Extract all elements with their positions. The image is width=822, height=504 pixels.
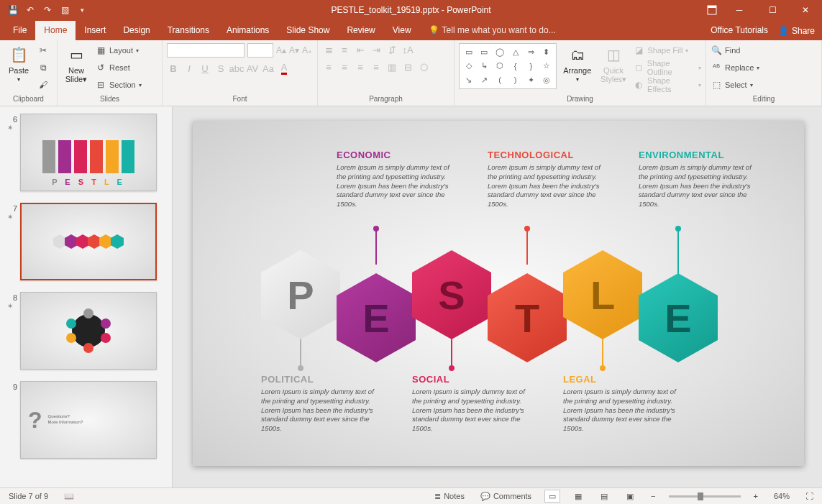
thumbnail-6[interactable]: 6 ✶ P E S T L E	[0, 111, 172, 200]
columns-icon[interactable]: ▥	[385, 60, 398, 73]
slide-canvas-area[interactable]: ECONOMIC Lorem Ipsum is simply dummy tex…	[173, 106, 822, 487]
paste-button[interactable]: 📋 Paste ▾	[4, 43, 33, 84]
new-slide-icon: ▭	[66, 45, 86, 65]
start-from-beginning-icon[interactable]: ▧	[59, 4, 70, 16]
tab-slideshow[interactable]: Slide Show	[278, 21, 338, 40]
font-size-select[interactable]	[247, 43, 273, 58]
connector-dot	[600, 365, 606, 371]
align-right-icon[interactable]: ≡	[354, 60, 367, 73]
smartart-icon[interactable]: ⬡	[417, 60, 430, 73]
normal-view-button[interactable]: ▭	[544, 490, 560, 503]
arrange-button[interactable]: 🗂 Arrange ▾	[561, 43, 594, 84]
char-spacing-icon[interactable]: AV	[246, 62, 259, 75]
reset-icon: ↺	[95, 62, 106, 73]
grow-font-icon[interactable]: A▴	[276, 45, 286, 55]
qat-customize-icon[interactable]: ▾	[76, 4, 88, 16]
thumb-preview	[20, 203, 157, 280]
hex-e: E	[337, 273, 416, 362]
tab-insert[interactable]: Insert	[76, 21, 114, 40]
underline-icon[interactable]: U	[198, 62, 211, 75]
fit-to-window-button[interactable]: ⛶	[803, 492, 816, 500]
tab-transitions[interactable]: Transitions	[159, 21, 218, 40]
hex-t: T	[488, 273, 567, 362]
minimize-button[interactable]: ─	[723, 0, 756, 20]
text-direction-icon[interactable]: ↕A	[401, 43, 414, 56]
align-left-icon[interactable]: ≡	[322, 60, 335, 73]
comments-button[interactable]: 💬Comments	[478, 492, 534, 501]
select-button[interactable]: ⬚Select▾	[711, 78, 759, 92]
share-button[interactable]: 👤 Share	[778, 26, 815, 36]
office-tutorials-link[interactable]: Office Tutorials	[702, 21, 772, 40]
shape-fill-icon: ◪	[633, 45, 644, 56]
select-icon: ⬚	[711, 79, 722, 91]
zoom-knob[interactable]	[698, 492, 703, 500]
category-political: POLITICAL Lorem Ipsum is simply dummy te…	[261, 374, 383, 434]
layout-button[interactable]: ▦Layout▾	[95, 43, 142, 58]
shadow-icon[interactable]: abc	[230, 62, 243, 75]
slide-sorter-view-button[interactable]: ▦	[570, 490, 586, 503]
shapes-gallery[interactable]: ▭▭◯△⇒⬍ ◇↳⬡{}☆ ↘↗()✦◎	[459, 43, 557, 89]
slide-counter[interactable]: Slide 7 of 9	[6, 492, 51, 500]
justify-icon[interactable]: ≡	[370, 60, 383, 73]
align-center-icon[interactable]: ≡	[338, 60, 351, 73]
shape-effects-button[interactable]: ◐Shape Effects▾	[633, 78, 701, 92]
tab-design[interactable]: Design	[114, 21, 158, 40]
notes-button[interactable]: ≣Notes	[431, 492, 467, 501]
arrange-label: Arrange	[563, 66, 591, 75]
thumbnail-9[interactable]: 9 ? Questions? More Information?	[0, 378, 172, 467]
quick-styles-button[interactable]: ◫ QuickStyles▾	[598, 43, 629, 85]
shrink-font-icon[interactable]: A▾	[289, 45, 299, 55]
reading-view-button[interactable]: ▤	[596, 490, 612, 503]
bullets-icon[interactable]: ≣	[322, 43, 335, 56]
window-controls: ─ ☐ ✕	[701, 0, 822, 20]
zoom-level[interactable]: 64%	[771, 492, 793, 500]
shape-fill-button[interactable]: ◪Shape Fill▾	[633, 43, 701, 58]
tab-animations[interactable]: Animations	[218, 21, 278, 40]
tab-home[interactable]: Home	[35, 21, 76, 40]
shape-outline-button[interactable]: ◻Shape Outline▾	[633, 60, 701, 75]
copy-icon: ⧉	[37, 62, 49, 73]
new-slide-button[interactable]: ▭ NewSlide▾	[62, 43, 91, 85]
undo-icon[interactable]: ↶	[24, 4, 36, 16]
line-spacing-icon[interactable]: ⇵	[385, 43, 398, 56]
cut-button[interactable]: ✂	[37, 43, 49, 58]
replace-button[interactable]: ᴬᴮReplace▾	[711, 60, 759, 75]
clear-formatting-icon[interactable]: Aₓ	[302, 45, 311, 55]
increase-indent-icon[interactable]: ⇥	[370, 43, 383, 56]
close-button[interactable]: ✕	[789, 0, 822, 20]
spell-check-icon[interactable]: 📖	[61, 492, 77, 501]
section-button[interactable]: ⊟Section▾	[95, 78, 142, 92]
zoom-slider[interactable]	[669, 495, 741, 498]
find-button[interactable]: 🔍Find	[711, 43, 759, 58]
tab-review[interactable]: Review	[338, 21, 383, 40]
share-label: Share	[792, 26, 815, 36]
save-icon[interactable]: 💾	[7, 4, 19, 16]
thumbnail-7[interactable]: 7 ✶	[0, 200, 172, 289]
thumb-9-line: More Information?	[48, 420, 83, 426]
zoom-out-button[interactable]: −	[648, 492, 658, 500]
thumbnail-8[interactable]: 8 ✶	[0, 289, 172, 378]
tell-me-search[interactable]: 💡 Tell me what you want to do...	[420, 21, 565, 40]
reset-button[interactable]: ↺Reset	[95, 60, 142, 75]
tab-view[interactable]: View	[384, 21, 420, 40]
strikethrough-icon[interactable]: S	[214, 62, 227, 75]
decrease-indent-icon[interactable]: ⇤	[354, 43, 367, 56]
zoom-in-button[interactable]: +	[751, 492, 761, 500]
tab-file[interactable]: File	[4, 21, 35, 40]
numbering-icon[interactable]: ≡	[338, 43, 351, 56]
change-case-icon[interactable]: Aa	[262, 62, 275, 75]
italic-icon[interactable]: I	[183, 62, 196, 75]
format-painter-button[interactable]: 🖌	[37, 78, 49, 92]
select-label: Select	[725, 81, 747, 89]
font-family-select[interactable]	[167, 43, 245, 58]
ribbon-display-options-icon[interactable]	[701, 0, 723, 20]
copy-button[interactable]: ⧉	[37, 60, 49, 75]
category-text: Lorem Ipsum is simply dummy text of the …	[639, 163, 761, 209]
font-color-icon[interactable]: A	[278, 62, 291, 75]
slideshow-view-button[interactable]: ▣	[622, 490, 638, 503]
bold-icon[interactable]: B	[167, 62, 180, 75]
align-text-icon[interactable]: ⊟	[401, 60, 414, 73]
maximize-button[interactable]: ☐	[756, 0, 789, 20]
category-title: ECONOMIC	[337, 150, 459, 160]
redo-icon[interactable]: ↷	[42, 4, 53, 16]
